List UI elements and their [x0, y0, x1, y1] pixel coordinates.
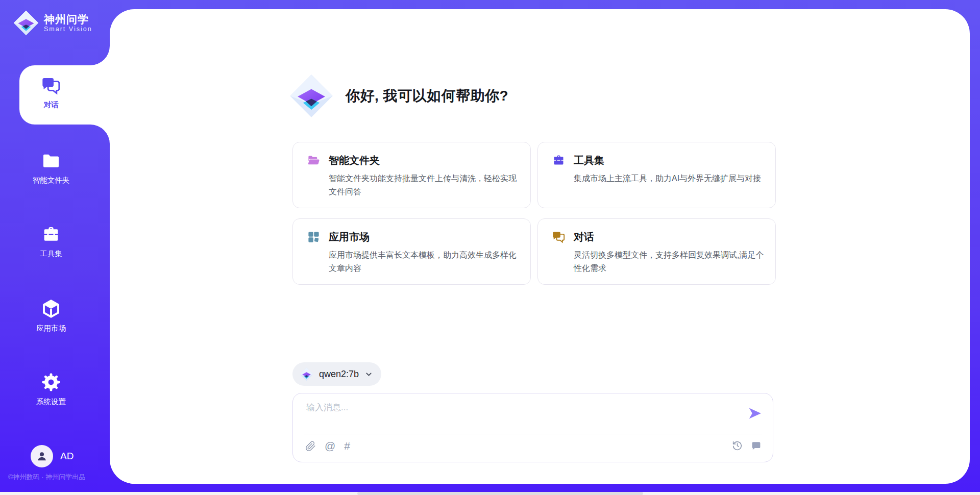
card-app-market[interactable]: 应用市场 应用市场提供丰富长文本模板，助力高效生成多样化文章内容: [292, 218, 531, 285]
card-smart-folder[interactable]: 智能文件夹 智能文件夹功能支持批量文件上传与清洗，轻松实现文件问答: [292, 142, 531, 208]
quick-phrase-icon[interactable]: [751, 440, 762, 451]
tab-fillet-top: [90, 46, 110, 65]
horizontal-scrollbar[interactable]: [0, 492, 980, 495]
sidebar-item-label: 系统设置: [0, 397, 102, 407]
briefcase-icon: [552, 154, 566, 167]
avatar: [31, 445, 53, 467]
hashtag-icon[interactable]: #: [344, 440, 350, 452]
card-description: 集成市场上主流工具，助力AI与外界无缝扩展与对接: [574, 172, 769, 185]
card-description: 智能文件夹功能支持批量文件上传与清洗，轻松实现文件问答: [329, 172, 524, 199]
brand-name: 神州问学: [44, 13, 92, 25]
sidebar-item-app-market[interactable]: 应用市场: [0, 298, 102, 333]
chat-bubbles-icon: [552, 230, 566, 244]
brand: 神州问学 Smart Vision: [13, 10, 92, 36]
folder-icon: [41, 151, 61, 171]
model-logo-icon: [300, 367, 313, 381]
gear-icon: [40, 372, 62, 393]
sidebar-item-smart-folder[interactable]: 智能文件夹: [0, 151, 102, 185]
assistant-logo-icon: [289, 74, 333, 118]
sidebar-item-chat[interactable]: 对话: [0, 76, 102, 110]
person-icon: [35, 450, 48, 463]
send-icon[interactable]: [747, 406, 763, 421]
sidebar-item-label: 智能文件夹: [0, 176, 102, 185]
sidebar-item-label: 工具集: [0, 249, 102, 259]
history-icon[interactable]: [732, 440, 743, 451]
app-window: 神州问学 Smart Vision 对话 智能文件夹 工具集 应用: [0, 0, 980, 495]
greeting-text: 你好, 我可以如何帮助你?: [346, 86, 508, 106]
card-description: 灵活切换多模型文件，支持多样回复效果调试,满足个性化需求: [574, 249, 769, 275]
folder-open-icon: [307, 154, 321, 167]
main-content: 你好, 我可以如何帮助你? 智能文件夹 智能文件夹功能支持批量文件上传与清洗，轻…: [110, 9, 970, 484]
tab-fillet-bottom: [90, 125, 110, 144]
sidebar-item-toolkit[interactable]: 工具集: [0, 225, 102, 259]
card-title: 智能文件夹: [329, 154, 380, 167]
chevron-down-icon: [364, 370, 373, 379]
card-chat[interactable]: 对话 灵活切换多模型文件，支持多样回复效果调试,满足个性化需求: [537, 218, 776, 285]
briefcase-icon: [41, 225, 61, 245]
card-description: 应用市场提供丰富长文本模板，助力高效生成多样化文章内容: [329, 249, 524, 275]
user-initials: AD: [60, 451, 74, 462]
brand-subtitle: Smart Vision: [44, 26, 92, 33]
chat-bubbles-icon: [41, 76, 61, 96]
app-grid-icon: [307, 230, 321, 244]
card-title: 对话: [574, 230, 594, 244]
card-toolkit[interactable]: 工具集 集成市场上主流工具，助力AI与外界无缝扩展与对接: [537, 142, 776, 208]
message-composer: @ #: [292, 393, 773, 462]
paperclip-icon[interactable]: [305, 441, 316, 452]
sidebar-footer: ©神州数码 · 神州问学出品: [8, 473, 85, 482]
sidebar-item-label: 应用市场: [0, 324, 102, 333]
model-selector[interactable]: qwen2:7b: [292, 362, 381, 386]
card-title: 应用市场: [329, 230, 370, 244]
message-input[interactable]: [305, 401, 736, 432]
composer-divider: [304, 434, 762, 434]
sidebar-item-settings[interactable]: 系统设置: [0, 372, 102, 407]
mention-icon[interactable]: @: [325, 440, 335, 452]
cube-icon: [40, 298, 62, 319]
model-name: qwen2:7b: [319, 369, 359, 380]
sidebar-item-label: 对话: [0, 100, 102, 110]
scrollbar-thumb[interactable]: [357, 492, 643, 495]
greeting: 你好, 我可以如何帮助你?: [289, 74, 508, 118]
brand-logo-icon: [13, 10, 39, 36]
card-title: 工具集: [574, 154, 604, 167]
user-profile[interactable]: AD: [31, 445, 74, 467]
